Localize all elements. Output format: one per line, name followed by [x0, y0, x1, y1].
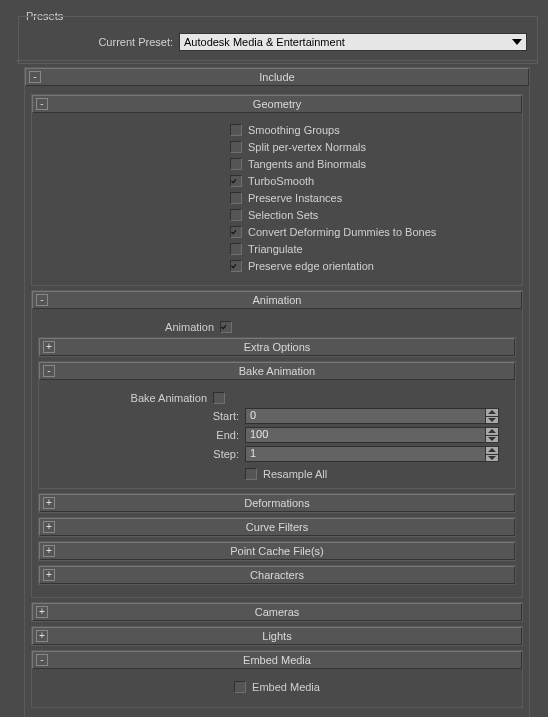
option-label: Selection Sets — [248, 209, 318, 221]
expand-toggle-bake-animation[interactable]: - — [43, 365, 55, 377]
current-preset-label: Current Preset: — [29, 36, 179, 48]
rollout-header-animation[interactable]: - Animation — [32, 291, 522, 309]
option-tangents-binormals[interactable]: Tangents and Binormals — [38, 158, 516, 170]
rollout-title-curve-filters: Curve Filters — [40, 521, 514, 533]
expand-toggle-lights[interactable]: + — [36, 630, 48, 642]
bake-end-input[interactable]: 100 — [245, 427, 485, 443]
spinner-down-icon[interactable] — [485, 417, 499, 425]
svg-marker-6 — [488, 456, 496, 460]
rollout-header-cameras[interactable]: + Cameras — [32, 603, 522, 621]
checkbox-icon — [230, 226, 242, 238]
option-smoothing-groups[interactable]: Smoothing Groups — [38, 124, 516, 136]
bake-step-field[interactable]: 1 — [245, 446, 499, 462]
spinner-up-icon[interactable] — [485, 427, 499, 436]
option-label: Preserve edge orientation — [248, 260, 374, 272]
option-bake-animation-enable[interactable]: Bake Animation — [45, 392, 509, 404]
bake-end-field[interactable]: 100 — [245, 427, 499, 443]
option-convert-deforming-dummies[interactable]: Convert Deforming Dummies to Bones — [38, 226, 516, 238]
option-label: Convert Deforming Dummies to Bones — [248, 226, 436, 238]
rollout-header-characters[interactable]: + Characters — [39, 566, 515, 584]
current-preset-dropdown[interactable]: Autodesk Media & Entertainment — [179, 33, 527, 51]
rollout-title-cameras: Cameras — [33, 606, 521, 618]
bake-start-input[interactable]: 0 — [245, 408, 485, 424]
rollout-cameras: + Cameras — [31, 602, 523, 622]
bake-step-row: Step: 1 — [45, 446, 509, 462]
bake-end-label: End: — [45, 429, 245, 441]
rollout-header-curve-filters[interactable]: + Curve Filters — [39, 518, 515, 536]
checkbox-icon — [230, 124, 242, 136]
checkbox-icon — [230, 175, 242, 187]
option-preserve-instances[interactable]: Preserve Instances — [38, 192, 516, 204]
expand-toggle-characters[interactable]: + — [43, 569, 55, 581]
rollout-header-extra-options[interactable]: + Extra Options — [39, 338, 515, 356]
bake-start-row: Start: 0 — [45, 408, 509, 424]
rollout-title-point-cache: Point Cache File(s) — [40, 545, 514, 557]
checkbox-icon — [230, 209, 242, 221]
rollout-title-extra-options: Extra Options — [40, 341, 514, 353]
bake-start-label: Start: — [45, 410, 245, 422]
embed-media-label: Embed Media — [252, 681, 320, 693]
rollout-include: - Include - Geometry Smoothing Groups S — [24, 67, 530, 717]
rollout-title-lights: Lights — [33, 630, 521, 642]
option-label: Tangents and Binormals — [248, 158, 366, 170]
spinner-up-icon[interactable] — [485, 408, 499, 417]
option-resample-all[interactable]: Resample All — [45, 468, 509, 480]
bake-step-label: Step: — [45, 448, 245, 460]
bake-start-field[interactable]: 0 — [245, 408, 499, 424]
rollout-title-characters: Characters — [40, 569, 514, 581]
rollout-title-embed-media: Embed Media — [33, 654, 521, 666]
checkbox-icon — [230, 260, 242, 272]
rollout-header-geometry[interactable]: - Geometry — [32, 95, 522, 113]
option-label: TurboSmooth — [248, 175, 314, 187]
expand-toggle-extra-options[interactable]: + — [43, 341, 55, 353]
checkbox-icon — [230, 158, 242, 170]
bake-step-input[interactable]: 1 — [245, 446, 485, 462]
svg-marker-2 — [488, 418, 496, 422]
rollout-header-point-cache[interactable]: + Point Cache File(s) — [39, 542, 515, 560]
dropdown-caret-icon — [510, 36, 524, 48]
expand-toggle-animation[interactable]: - — [36, 294, 48, 306]
option-triangulate[interactable]: Triangulate — [38, 243, 516, 255]
rollout-embed-media: - Embed Media Embed Media — [31, 650, 523, 708]
rollout-title-animation: Animation — [33, 294, 521, 306]
expand-toggle-embed-media[interactable]: - — [36, 654, 48, 666]
spinner-down-icon[interactable] — [485, 455, 499, 463]
rollout-header-embed-media[interactable]: - Embed Media — [32, 651, 522, 669]
checkbox-icon — [234, 681, 246, 693]
current-preset-value: Autodesk Media & Entertainment — [184, 36, 345, 48]
main-panel: - Include - Geometry Smoothing Groups S — [16, 60, 538, 710]
bake-end-row: End: 100 — [45, 427, 509, 443]
current-preset-row: Current Preset: Autodesk Media & Enterta… — [29, 33, 527, 51]
rollout-extra-options: + Extra Options — [38, 337, 516, 357]
spinner-up-icon[interactable] — [485, 446, 499, 455]
option-split-per-vertex-normals[interactable]: Split per-vertex Normals — [38, 141, 516, 153]
rollout-point-cache: + Point Cache File(s) — [38, 541, 516, 561]
expand-toggle-include[interactable]: - — [29, 71, 41, 83]
option-label: Split per-vertex Normals — [248, 141, 366, 153]
expand-toggle-geometry[interactable]: - — [36, 98, 48, 110]
rollout-header-include[interactable]: - Include — [25, 68, 529, 86]
rollout-deformations: + Deformations — [38, 493, 516, 513]
presets-group: Current Preset: Autodesk Media & Enterta… — [18, 16, 538, 64]
expand-toggle-point-cache[interactable]: + — [43, 545, 55, 557]
option-animation-enable[interactable]: Animation — [38, 321, 516, 333]
rollout-lights: + Lights — [31, 626, 523, 646]
svg-marker-3 — [488, 429, 496, 433]
svg-marker-5 — [488, 448, 496, 452]
expand-toggle-deformations[interactable]: + — [43, 497, 55, 509]
option-preserve-edge-orientation[interactable]: Preserve edge orientation — [38, 260, 516, 272]
expand-toggle-curve-filters[interactable]: + — [43, 521, 55, 533]
rollout-bake-animation: - Bake Animation Bake Animation Start: — [38, 361, 516, 489]
option-embed-media[interactable]: Embed Media — [38, 675, 516, 699]
option-selection-sets[interactable]: Selection Sets — [38, 209, 516, 221]
option-turbosmooth[interactable]: TurboSmooth — [38, 175, 516, 187]
rollout-header-deformations[interactable]: + Deformations — [39, 494, 515, 512]
rollout-header-bake-animation[interactable]: - Bake Animation — [39, 362, 515, 380]
spinner-down-icon[interactable] — [485, 436, 499, 444]
option-label: Triangulate — [248, 243, 303, 255]
bake-animation-enable-label: Bake Animation — [131, 392, 213, 404]
svg-marker-1 — [488, 410, 496, 414]
expand-toggle-cameras[interactable]: + — [36, 606, 48, 618]
rollout-title-include: Include — [26, 71, 528, 83]
rollout-header-lights[interactable]: + Lights — [32, 627, 522, 645]
